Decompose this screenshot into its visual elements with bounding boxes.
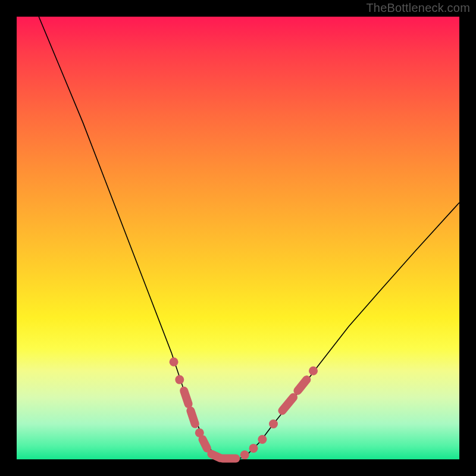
watermark-text: TheBottleneck.com xyxy=(366,1,470,15)
curve-bead-long xyxy=(190,411,195,424)
bottleneck-curve xyxy=(39,17,459,459)
curve-bead-long xyxy=(184,391,189,404)
curve-bead xyxy=(175,375,184,384)
curve-markers xyxy=(170,358,318,459)
plot-frame xyxy=(17,17,459,459)
curve-bead xyxy=(258,435,267,444)
curve-bead-long xyxy=(203,440,207,449)
curve-bead xyxy=(269,419,278,428)
curve-bead xyxy=(309,367,318,375)
curve-bead-long xyxy=(282,397,293,411)
chart-svg xyxy=(17,17,459,459)
curve-bead xyxy=(249,444,258,453)
curve-bead-long xyxy=(298,380,306,391)
curve-bead xyxy=(170,358,178,367)
curve-bead xyxy=(240,450,249,459)
